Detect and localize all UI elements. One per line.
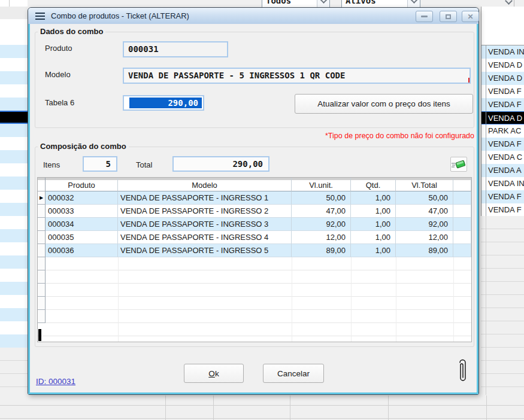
chevron-down-icon (505, 0, 513, 5)
chevron-down-icon[interactable] (317, 0, 329, 7)
grid-line (486, 216, 486, 420)
empty-row-header (38, 297, 46, 310)
bg-grid-lines (0, 348, 28, 395)
table-row[interactable]: 000035 VENDA DE PASSAPORTE - INGRESSO 4 … (38, 231, 471, 244)
modelo-label: Modelo (45, 70, 71, 79)
bg-table-row[interactable]: VENDA F (481, 85, 524, 98)
empty-row-header (38, 284, 46, 297)
bg-table-row[interactable]: VENDA F (481, 203, 524, 217)
empty-row-header (38, 257, 46, 270)
clear-items-button[interactable] (450, 157, 467, 172)
grid-line (486, 395, 487, 420)
eraser-icon (451, 158, 467, 171)
bg-table-row[interactable]: VENDA C (481, 151, 524, 164)
total-label: Total (136, 160, 152, 169)
row-marker-icon: ▶ (38, 191, 46, 205)
table-row[interactable]: 000036 VENDA DE PASSAPORTE - INGRESSO 5 … (38, 244, 471, 257)
combo-items-grid: Produto Modelo Vl.unit. Qtd. Vl.Total ▶ … (37, 177, 472, 342)
dialog-title: Combo de produtos - Ticket (ALTERAR) (51, 11, 189, 20)
empty-row-header (38, 310, 46, 323)
bg-selected-row[interactable] (0, 111, 28, 124)
bg-area (481, 7, 524, 45)
required-mark-icon (468, 78, 470, 83)
close-button[interactable]: ✕ (462, 11, 479, 22)
cancel-button[interactable]: Cancelar (263, 364, 324, 383)
bg-table-row[interactable]: VENDA IN (481, 45, 524, 59)
filter-dropdown-todos[interactable]: Todos (262, 0, 330, 7)
bg-grid-lines (0, 395, 524, 420)
itens-label: Itens (43, 160, 60, 169)
minimize-button[interactable] (416, 11, 433, 22)
filter-todos-value: Todos (262, 0, 317, 5)
tabela-preco-field[interactable]: 290,00 (123, 95, 204, 111)
selected-text: 290,00 (129, 98, 202, 108)
grid-empty-area (38, 257, 471, 342)
bg-table-row[interactable]: PARK AC (481, 124, 524, 138)
grid-line (388, 395, 389, 420)
itens-count-field: 5 (83, 156, 117, 172)
bg-row (0, 32, 28, 45)
minimize-icon (421, 16, 428, 17)
grid-header-row: Produto Modelo Vl.unit. Qtd. Vl.Total (38, 178, 471, 191)
chevron-down-icon[interactable] (407, 0, 420, 7)
grid-line (213, 395, 214, 420)
menu-icon[interactable] (35, 13, 45, 20)
col-header-vltotal[interactable]: Vl.Total (396, 178, 453, 191)
col-header-qtd[interactable]: Qtd. (351, 178, 396, 191)
bg-table-row[interactable]: VENDA F (481, 98, 524, 111)
filter-dropdown-ativos[interactable]: Ativos (341, 0, 420, 7)
bg-table: VENDA IN VENDA D VENDA D VENDA F VENDA F… (481, 45, 524, 217)
total-value-field: 290,00 (172, 156, 269, 172)
top-strip: Todos Ativos (0, 0, 524, 7)
bg-table-row[interactable]: VENDA D (481, 59, 524, 72)
table-row[interactable]: 000034 VENDA DE PASSAPORTE - INGRESSO 3 … (38, 218, 471, 231)
produto-field[interactable]: 000031 (123, 41, 228, 57)
bg-row (0, 7, 28, 20)
col-header-produto[interactable]: Produto (46, 178, 118, 191)
grid-cursor (38, 329, 41, 341)
group-label: Dados do combo (38, 27, 105, 36)
tabela-label: Tabela 6 (45, 98, 74, 107)
maximize-icon (446, 14, 451, 19)
grid-line (514, 0, 514, 7)
dialog-titlebar[interactable]: Combo de produtos - Ticket (ALTERAR) (28, 8, 478, 25)
bg-table-row[interactable]: VENDA D (481, 72, 524, 85)
paperclip-icon (457, 357, 468, 385)
bg-table-row[interactable]: VENDA A (481, 164, 524, 177)
group-label: Composição do combo (38, 142, 129, 151)
bg-table-row[interactable]: VENDA F (481, 190, 524, 203)
filter-ativos-value: Ativos (342, 0, 407, 5)
modelo-field[interactable]: VENDA DE PASSAPORTE - 5 INGRESSOS 1 QR C… (123, 68, 471, 84)
bg-grid-lines (481, 216, 524, 395)
ok-button[interactable]: Ok (184, 364, 244, 383)
combo-produtos-dialog: Combo de produtos - Ticket (ALTERAR) ✕ D… (28, 7, 479, 395)
grid-line (290, 395, 290, 420)
bg-table-row-selected[interactable]: VENDA D (481, 111, 524, 124)
col-header-modelo[interactable]: Modelo (118, 178, 292, 191)
price-type-warning: *Tipo de preço do combo não foi configur… (325, 132, 474, 140)
maximize-button[interactable] (440, 11, 457, 22)
empty-row-header (38, 270, 46, 284)
grid-line (165, 395, 166, 420)
attachment-button[interactable] (457, 357, 468, 388)
dialog-client-area: Dados do combo Produto 000031 Modelo VEN… (28, 24, 478, 394)
produto-label: Produto (45, 44, 72, 53)
col-header-vlunit[interactable]: Vl.unit. (292, 178, 351, 191)
atualizar-valor-button[interactable]: Atualizar valor com o preço dos itens (295, 94, 473, 114)
bg-table-row[interactable]: VENDA F (481, 138, 524, 151)
record-id-link[interactable]: ID: 000031 (36, 377, 75, 386)
table-row[interactable]: ▶ 000032 VENDA DE PASSAPORTE - INGRESSO … (38, 191, 471, 205)
bg-row (0, 19, 28, 33)
table-row[interactable]: 000033 VENDA DE PASSAPORTE - INGRESSO 2 … (38, 205, 471, 218)
bg-stripes (0, 45, 28, 348)
bg-table-row[interactable]: VENDA IN (481, 177, 524, 190)
close-icon: ✕ (467, 13, 473, 20)
